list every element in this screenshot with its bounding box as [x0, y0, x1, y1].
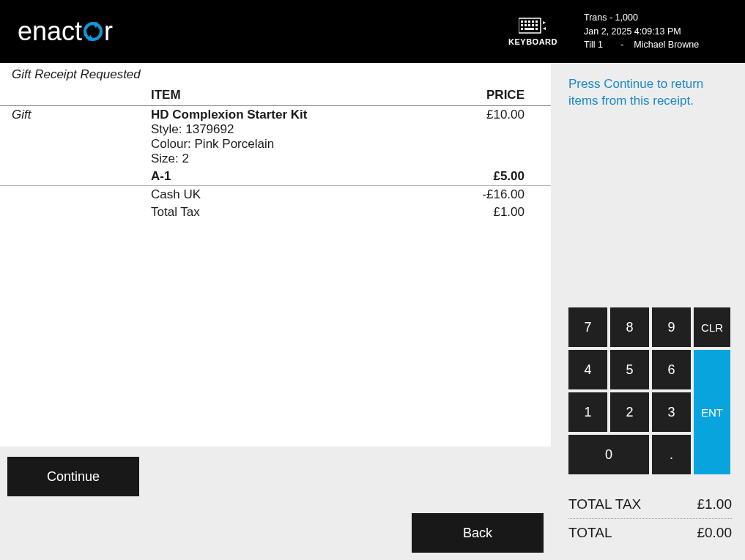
transaction-info: Trans - 1,000 Jan 2, 2025 4:09:13 PM Til… — [584, 11, 730, 52]
header-right: KEYBOARD Trans - 1,000 Jan 2, 2025 4:09:… — [508, 11, 730, 52]
keypad-4[interactable]: 4 — [568, 350, 607, 389]
svg-rect-6 — [521, 24, 523, 26]
keypad-5[interactable]: 5 — [610, 350, 649, 389]
item-name: Total Tax — [139, 204, 423, 221]
totals-panel: TOTAL TAX £1.00 TOTAL £0.00 — [568, 490, 732, 547]
trans-till-user: Till 1 - Michael Browne — [584, 38, 730, 52]
right-column: Press Continue to return items from this… — [551, 63, 745, 560]
keyboard-button[interactable]: KEYBOARD — [508, 17, 557, 46]
keypad-1[interactable]: 1 — [568, 392, 607, 432]
svg-rect-7 — [525, 24, 527, 26]
enactor-logo: enactr — [18, 16, 113, 47]
col-header-item: ITEM — [139, 85, 423, 106]
receipt-table: ITEM PRICE Gift HD Complexion Starter Ki… — [0, 85, 551, 221]
keypad-3[interactable]: 3 — [652, 392, 691, 432]
back-button[interactable]: Back — [412, 513, 544, 553]
item-style: Style: 1379692 — [151, 122, 234, 136]
keypad-6[interactable]: 6 — [652, 350, 691, 389]
gift-receipt-requested: Gift Receipt Requested — [0, 63, 551, 85]
table-header-row: ITEM PRICE — [0, 85, 551, 106]
continue-button[interactable]: Continue — [7, 457, 139, 496]
svg-rect-8 — [528, 24, 530, 26]
total-row: TOTAL £0.00 — [568, 519, 732, 547]
keypad-enter[interactable]: ENT — [694, 350, 730, 474]
total-tax-value: £1.00 — [697, 496, 732, 512]
item-name: Cash UK — [139, 186, 423, 204]
instruction-text: Press Continue to return items from this… — [568, 76, 732, 110]
keypad-0[interactable]: 0 — [568, 435, 649, 474]
svg-rect-12 — [525, 28, 534, 30]
svg-rect-4 — [532, 20, 534, 23]
app-header: enactr KEYBOARD Trans - 1,000 Jan 2, 202… — [0, 0, 745, 63]
main-content: Gift Receipt Requested ITEM PRICE Gift H… — [0, 63, 745, 560]
table-row: A-1 £5.00 — [0, 168, 551, 186]
keypad-7[interactable]: 7 — [568, 307, 607, 347]
refresh-circle-icon — [84, 22, 103, 41]
svg-rect-9 — [532, 24, 534, 26]
col-header-blank — [0, 85, 139, 106]
item-price: -£16.00 — [423, 186, 551, 204]
keypad-section: 7 8 9 CLR 4 5 6 ENT 1 2 3 0 . TOTAL TAX … — [568, 307, 732, 547]
item-size: Size: 2 — [151, 152, 189, 165]
total-label: TOTAL — [568, 525, 612, 541]
trans-datetime: Jan 2, 2025 4:09:13 PM — [584, 25, 730, 39]
keypad-clear[interactable]: CLR — [694, 307, 730, 347]
item-price: £10.00 — [423, 106, 551, 168]
svg-marker-14 — [543, 21, 546, 24]
keyboard-icon — [519, 17, 548, 34]
item-colour: Colour: Pink Porcelain — [151, 137, 274, 151]
svg-rect-2 — [525, 20, 527, 23]
svg-rect-10 — [535, 24, 538, 26]
table-row: Cash UK -£16.00 — [0, 186, 551, 204]
action-bar: Continue Back — [0, 447, 551, 560]
receipt-area: Gift Receipt Requested ITEM PRICE Gift H… — [0, 63, 551, 447]
table-row: Total Tax £1.00 — [0, 204, 551, 221]
keypad-dot[interactable]: . — [652, 435, 691, 474]
item-name: HD Complexion Starter Kit — [151, 108, 307, 122]
numeric-keypad: 7 8 9 CLR 4 5 6 ENT 1 2 3 0 . — [568, 307, 732, 474]
svg-marker-15 — [543, 27, 546, 30]
svg-rect-1 — [521, 20, 523, 23]
item-name: A-1 — [139, 168, 423, 186]
col-header-price: PRICE — [423, 85, 551, 106]
total-tax-label: TOTAL TAX — [568, 496, 641, 512]
svg-rect-13 — [535, 28, 538, 30]
keypad-8[interactable]: 8 — [610, 307, 649, 347]
gift-marker: Gift — [12, 108, 31, 122]
left-column: Gift Receipt Requested ITEM PRICE Gift H… — [0, 63, 551, 560]
item-price: £1.00 — [423, 204, 551, 221]
total-value: £0.00 — [697, 525, 732, 541]
item-price: £5.00 — [423, 168, 551, 186]
svg-rect-5 — [535, 20, 538, 23]
keyboard-label: KEYBOARD — [508, 37, 557, 46]
table-row: Gift HD Complexion Starter Kit Style: 13… — [0, 106, 551, 168]
svg-rect-3 — [528, 20, 530, 23]
keypad-9[interactable]: 9 — [652, 307, 691, 347]
svg-rect-11 — [521, 28, 523, 30]
keypad-2[interactable]: 2 — [610, 392, 649, 432]
total-tax-row: TOTAL TAX £1.00 — [568, 490, 732, 519]
trans-number: Trans - 1,000 — [584, 11, 730, 25]
